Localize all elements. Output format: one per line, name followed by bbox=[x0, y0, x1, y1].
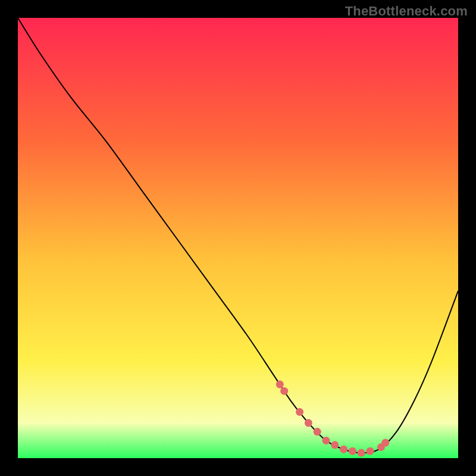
bottleneck-chart bbox=[18, 18, 458, 458]
highlight-dot bbox=[340, 446, 347, 453]
highlight-dot bbox=[314, 428, 321, 436]
chart-frame: TheBottleneck.com bbox=[0, 0, 476, 476]
highlight-dot bbox=[296, 408, 303, 416]
highlight-dot bbox=[280, 387, 288, 395]
highlight-dot bbox=[322, 437, 330, 444]
highlight-dot bbox=[331, 441, 339, 449]
gradient-bg bbox=[18, 18, 458, 458]
highlight-dot bbox=[358, 449, 365, 457]
watermark-label: TheBottleneck.com bbox=[345, 4, 468, 19]
highlight-dot bbox=[367, 447, 374, 455]
plot-area bbox=[18, 18, 458, 458]
highlight-dot bbox=[349, 447, 356, 455]
highlight-dot bbox=[276, 381, 284, 389]
highlight-dot bbox=[305, 419, 312, 427]
highlight-dot bbox=[381, 439, 389, 447]
